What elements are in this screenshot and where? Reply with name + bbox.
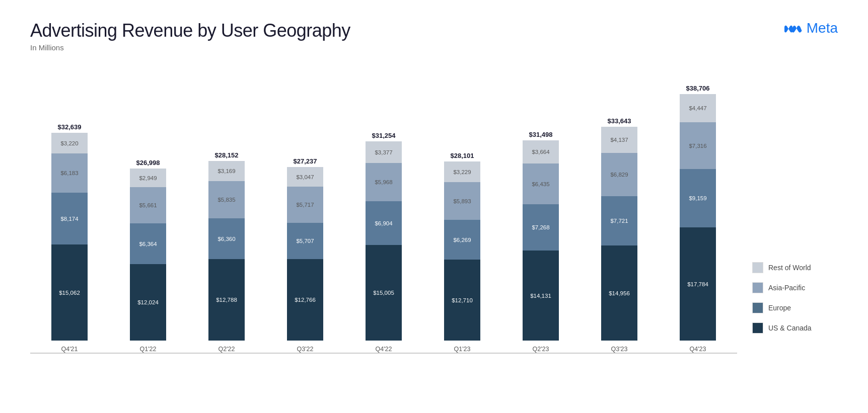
bar-label-7: Q3'23 [611,346,628,353]
seg-us-6: $14,131 [523,251,559,341]
title-area: Advertising Revenue by User Geography In… [30,20,350,52]
seg-eu-2: $6,360 [208,218,245,259]
bar-total-8: $38,706 [686,85,710,92]
bar-stack-4: $3,377$5,968$6,904$15,005 [366,141,402,341]
seg-ap-1: $5,661 [130,187,166,223]
bar-stack-2: $3,169$5,835$6,360$12,788 [208,161,245,341]
bar-group-Q423: $38,706$4,447$7,316$9,159$17,784Q4'23 [659,62,737,353]
seg-eu-1: $6,364 [130,223,166,264]
chart-area: $32,639$3,220$6,183$8,174$15,062Q4'21$26… [30,62,838,354]
seg-row-8: $4,447 [680,94,716,122]
bar-total-4: $31,254 [372,132,396,139]
seg-eu-4: $6,904 [366,201,402,245]
seg-row-2: $3,169 [208,161,245,181]
bar-stack-0: $3,220$6,183$8,174$15,062 [51,133,88,341]
seg-us-8: $17,784 [680,227,716,341]
seg-eu-0: $8,174 [51,193,88,244]
bar-total-6: $31,498 [529,131,553,138]
seg-eu-7: $7,721 [601,196,637,245]
seg-row-5: $3,229 [444,161,480,182]
seg-ap-4: $5,968 [366,163,402,201]
bar-group-Q323: $33,643$4,137$6,829$7,721$14,956Q3'23 [580,62,659,353]
legend-item-3: US & Canada [752,322,838,334]
legend-color-1 [752,282,763,293]
seg-us-7: $14,956 [601,245,637,341]
seg-eu-6: $7,268 [523,204,559,251]
bar-label-0: Q4'21 [61,346,78,353]
bar-label-3: Q3'22 [297,346,314,353]
bar-stack-6: $3,664$6,435$7,268$14,131 [523,140,559,341]
seg-ap-6: $6,435 [523,163,559,204]
bar-stack-1: $2,949$5,661$6,364$12,024 [130,169,166,341]
meta-logo-text: Meta [807,20,838,36]
bar-group-Q122: $26,998$2,949$5,661$6,364$12,024Q1'22 [109,62,187,353]
legend-label-2: Europe [768,304,791,312]
bar-group-Q222: $28,152$3,169$5,835$6,360$12,788Q2'22 [187,62,266,353]
bar-stack-7: $4,137$6,829$7,721$14,956 [601,127,637,341]
seg-us-2: $12,788 [208,259,245,341]
legend-color-2 [752,302,763,313]
legend-label-3: US & Canada [768,324,812,332]
chart-title: Advertising Revenue by User Geography [30,20,350,41]
seg-us-0: $15,062 [51,244,88,341]
bar-group-Q223: $31,498$3,664$6,435$7,268$14,131Q2'23 [501,62,580,353]
seg-eu-5: $6,269 [444,220,480,260]
seg-row-7: $4,137 [601,127,637,153]
seg-ap-2: $5,835 [208,181,245,218]
bar-group-Q421: $32,639$3,220$6,183$8,174$15,062Q4'21 [30,62,109,353]
bar-total-1: $26,998 [136,159,160,167]
bar-stack-5: $3,229$5,893$6,269$12,710 [444,161,480,341]
bar-group-Q123: $28,101$3,229$5,893$6,269$12,710Q1'23 [423,62,501,353]
seg-row-1: $2,949 [130,169,166,187]
seg-row-0: $3,220 [51,133,88,153]
seg-ap-7: $6,829 [601,153,637,196]
seg-us-3: $12,766 [287,259,323,341]
bar-total-0: $32,639 [58,123,82,131]
chart-header: Advertising Revenue by User Geography In… [30,20,838,52]
meta-logo-icon [782,22,803,35]
seg-eu-8: $9,159 [680,169,716,227]
bar-label-4: Q4'22 [376,346,392,353]
legend-section: Rest of WorldAsia-PacificEuropeUS & Cana… [737,262,838,354]
seg-eu-3: $5,707 [287,223,323,259]
bar-total-2: $28,152 [215,151,239,159]
legend-label-1: Asia-Pacific [768,284,805,292]
bar-label-5: Q1'23 [454,346,471,353]
legend-color-0 [752,262,763,273]
bar-label-2: Q2'22 [219,346,235,353]
chart-container: Advertising Revenue by User Geography In… [0,0,868,413]
bar-stack-3: $3,047$5,717$5,707$12,766 [287,167,323,341]
legend-item-2: Europe [752,302,838,313]
bars-section: $32,639$3,220$6,183$8,174$15,062Q4'21$26… [30,62,737,354]
meta-logo: Meta [782,20,838,36]
seg-ap-5: $5,893 [444,182,480,220]
seg-ap-8: $7,316 [680,122,716,169]
chart-subtitle: In Millions [30,43,350,52]
bar-label-1: Q1'22 [140,346,157,353]
seg-ap-0: $6,183 [51,153,88,193]
legend-label-0: Rest of World [768,264,811,272]
bar-total-7: $33,643 [608,117,631,125]
seg-row-3: $3,047 [287,167,323,187]
seg-ap-3: $5,717 [287,187,323,223]
bar-label-8: Q4'23 [690,346,706,353]
legend-color-3 [752,322,763,334]
bar-stack-8: $4,447$7,316$9,159$17,784 [680,94,716,341]
bar-label-6: Q2'23 [533,346,549,353]
seg-us-5: $12,710 [444,260,480,341]
bar-group-Q422: $31,254$3,377$5,968$6,904$15,005Q4'22 [344,62,423,353]
bar-group-Q322: $27,237$3,047$5,717$5,707$12,766Q3'22 [266,62,344,353]
bar-total-5: $28,101 [451,152,474,159]
seg-row-4: $3,377 [366,141,402,163]
legend-item-1: Asia-Pacific [752,282,838,293]
seg-row-6: $3,664 [523,140,559,163]
seg-us-4: $15,005 [366,245,402,341]
seg-us-1: $12,024 [130,264,166,341]
legend-item-0: Rest of World [752,262,838,273]
bar-total-3: $27,237 [294,157,317,165]
